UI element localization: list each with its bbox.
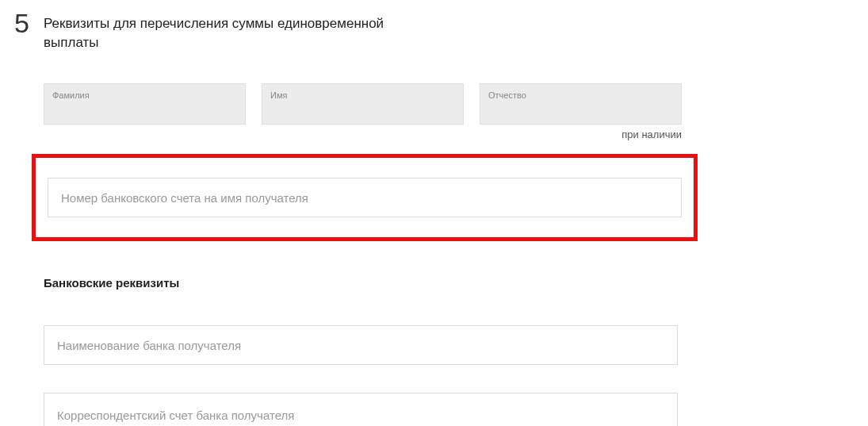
account-number-highlight (32, 154, 698, 241)
firstname-input[interactable] (270, 103, 455, 116)
corr-account-input[interactable] (44, 393, 678, 426)
bank-details-heading: Банковские реквизиты (44, 276, 179, 290)
patronymic-hint: при наличии (480, 129, 682, 140)
step-number: 5 (14, 10, 29, 36)
surname-field-wrap: Фамилия (44, 83, 246, 125)
patronymic-input[interactable] (488, 103, 673, 116)
firstname-label: Имя (270, 90, 287, 100)
firstname-field-wrap: Имя (262, 83, 464, 125)
account-number-input[interactable] (48, 178, 682, 217)
surname-label: Фамилия (52, 90, 90, 100)
patronymic-label: Отчество (488, 90, 526, 100)
surname-input[interactable] (52, 103, 237, 116)
step-title: Реквизиты для перечисления суммы единовр… (44, 14, 408, 52)
bank-name-input[interactable] (44, 325, 678, 365)
name-fields-row: Фамилия Имя Отчество (44, 83, 682, 125)
patronymic-field-wrap: Отчество (480, 83, 682, 125)
